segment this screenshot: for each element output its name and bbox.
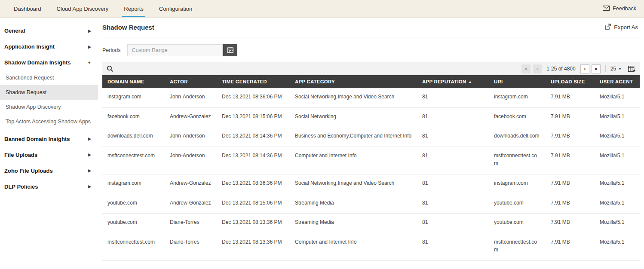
sidebar-item-dlp-policies[interactable]: DLP Policies ▶ bbox=[0, 179, 98, 195]
nav-tab-dashboard[interactable]: Dashboard bbox=[6, 0, 49, 17]
cell-upload-size: 7.91 MB bbox=[546, 147, 595, 174]
cell-uri: msftconnecttest.com bbox=[489, 147, 546, 174]
cell-time-generated: Dec 13,2021 08:14:36 PM bbox=[217, 127, 290, 147]
cell-user-agent: Mozilla/5.1 bbox=[595, 174, 640, 194]
column-header-actor[interactable]: ACTOR bbox=[165, 75, 217, 88]
cell-uri: instagram.com bbox=[489, 88, 546, 107]
export-label: Export As bbox=[614, 24, 638, 31]
shadow-domain-insights-submenu: Sanctioned Request Shadow Request Shadow… bbox=[0, 70, 98, 131]
page-title: Shadow Request bbox=[102, 24, 154, 31]
previous-page-button[interactable]: ‹ bbox=[533, 64, 542, 73]
sidebar-item-label: DLP Policies bbox=[4, 183, 38, 190]
column-header-label: APP CATEGORY bbox=[295, 79, 335, 84]
cell-app-reputation: 81 bbox=[417, 107, 489, 127]
column-header-user-agent[interactable]: USER AGENT bbox=[595, 75, 640, 88]
sidebar-item-file-uploads[interactable]: File Uploads ▶ bbox=[0, 147, 98, 163]
feedback-label: Feedback bbox=[613, 6, 636, 12]
cell-user-agent: Mozilla/5.1 bbox=[595, 233, 640, 260]
table-row[interactable]: instagram.comJohn-AndersonDec 13,2021 08… bbox=[102, 88, 640, 107]
cell-time-generated: Dec 13,2021 08:15:06 PM bbox=[217, 194, 290, 214]
column-header-label: ACTOR bbox=[170, 79, 188, 84]
cell-app-category: Streaming Media bbox=[290, 194, 417, 214]
table-body: instagram.comJohn-AndersonDec 13,2021 08… bbox=[102, 88, 640, 260]
cell-app-category: Business and Economy,Computer and Intern… bbox=[290, 127, 417, 147]
periods-label: Periods bbox=[102, 47, 120, 53]
chevron-right-icon: ▶ bbox=[88, 153, 91, 157]
sidebar-item-zoho-file-uploads[interactable]: Zoho File Uploads ▶ bbox=[0, 163, 98, 179]
cell-app-reputation: 81 bbox=[417, 147, 489, 174]
nav-tab-cloud-app-discovery[interactable]: Cloud App Discovery bbox=[49, 0, 117, 17]
cell-app-category: Computer and Internet Info bbox=[290, 147, 417, 174]
sidebar-subitem-top-actors[interactable]: Top Actors Accessing Shadow Apps bbox=[0, 114, 98, 129]
cell-app-reputation: 81 bbox=[417, 233, 489, 260]
column-header-label: APP REPUTATION bbox=[422, 79, 466, 84]
cell-app-reputation: 81 bbox=[417, 88, 489, 107]
cell-app-reputation: 81 bbox=[417, 174, 489, 194]
cell-time-generated: Dec 13,2021 08:13:36 PM bbox=[217, 233, 290, 260]
table-toolbar: « ‹ 1-25 of 4800 › » 25 ▼ bbox=[102, 62, 640, 75]
cell-time-generated: Dec 13,2021 08:36:06 PM bbox=[217, 88, 290, 107]
column-header-app-category[interactable]: APP CATEGORY bbox=[290, 75, 417, 88]
cell-app-category: Social Networking,Image and Video Search bbox=[290, 174, 417, 194]
sidebar-item-label: Shadow Domain Insights bbox=[4, 59, 71, 66]
table-row[interactable]: instagram.comAndrew-GonzalezDec 13,2021 … bbox=[102, 174, 640, 194]
sidebar-subitem-sanctioned-request[interactable]: Sanctioned Request bbox=[0, 70, 98, 85]
nav-tab-configuration[interactable]: Configuration bbox=[151, 0, 200, 17]
table-row[interactable]: youtube.comAndrew-GonzalezDec 13,2021 08… bbox=[102, 194, 640, 214]
sidebar-subitem-shadow-app-discovery[interactable]: Shadow App Discovery bbox=[0, 100, 98, 114]
shadow-request-table: DOMAIN NAME ACTOR TIME GENERATED APP CAT… bbox=[102, 75, 640, 261]
table-row[interactable]: downloads.dell.comJohn-AndersonDec 13,20… bbox=[102, 127, 640, 147]
reports-sidebar: General ▶ Application Insight ▶ Shadow D… bbox=[0, 18, 98, 269]
sidebar-subitem-shadow-request[interactable]: Shadow Request bbox=[0, 85, 98, 100]
column-header-app-reputation[interactable]: APP REPUTATION▲ bbox=[417, 75, 489, 88]
last-page-button[interactable]: » bbox=[592, 64, 601, 73]
feedback-button[interactable]: Feedback bbox=[595, 0, 644, 17]
search-icon[interactable] bbox=[106, 64, 114, 73]
nav-tab-reports[interactable]: Reports bbox=[116, 0, 151, 17]
chevron-right-icon: ▶ bbox=[88, 29, 91, 33]
cell-actor: John-Anderson bbox=[165, 147, 217, 174]
column-header-label: URI bbox=[494, 79, 503, 84]
table-row[interactable]: facebook.comAndrew-GonzalezDec 13,2021 0… bbox=[102, 107, 640, 127]
calendar-icon bbox=[227, 47, 233, 54]
column-header-domain-name[interactable]: DOMAIN NAME bbox=[102, 75, 165, 88]
table-header-row: DOMAIN NAME ACTOR TIME GENERATED APP CAT… bbox=[102, 75, 640, 88]
page-body: General ▶ Application Insight ▶ Shadow D… bbox=[0, 18, 644, 269]
calendar-button[interactable] bbox=[223, 44, 237, 56]
sidebar-item-label: Application Insight bbox=[4, 43, 55, 50]
sidebar-item-shadow-domain-insights[interactable]: Shadow Domain Insights ▼ bbox=[0, 55, 98, 70]
column-chooser-icon[interactable] bbox=[627, 65, 636, 73]
table-row[interactable]: msftconnecttest.comDiane-TorresDec 13,20… bbox=[102, 233, 640, 260]
table-row[interactable]: youtube.comDiane-TorresDec 13,2021 08:13… bbox=[102, 214, 640, 233]
cell-app-reputation: 81 bbox=[417, 214, 489, 233]
column-header-upload-size[interactable]: UPLOAD SIZE bbox=[546, 75, 595, 88]
chevron-right-icon: ▶ bbox=[88, 184, 91, 189]
title-row: Shadow Request Export As bbox=[102, 18, 640, 37]
sidebar-item-label: Banned Domain Insights bbox=[4, 136, 70, 142]
cell-uri: facebook.com bbox=[489, 107, 546, 127]
sidebar-item-general[interactable]: General ▶ bbox=[0, 23, 98, 39]
sidebar-item-application-insight[interactable]: Application Insight ▶ bbox=[0, 39, 98, 55]
cell-uri: msftconnecttest.com bbox=[489, 233, 546, 260]
cell-upload-size: 7.91 MB bbox=[546, 233, 595, 260]
sidebar-item-banned-domain-insights[interactable]: Banned Domain Insights ▶ bbox=[0, 131, 98, 147]
first-page-button[interactable]: « bbox=[521, 64, 531, 73]
cell-uri: downloads.dell.com bbox=[489, 127, 546, 147]
period-range-input[interactable] bbox=[127, 44, 223, 56]
export-as-button[interactable]: Export As bbox=[605, 24, 640, 31]
column-header-label: UPLOAD SIZE bbox=[551, 79, 585, 84]
table-row[interactable]: msftconnecttest.comJohn-AndersonDec 13,2… bbox=[102, 147, 640, 174]
cell-domain-name: msftconnecttest.com bbox=[102, 147, 165, 174]
sidebar-item-label: General bbox=[4, 28, 25, 34]
column-header-time-generated[interactable]: TIME GENERATED bbox=[217, 75, 290, 88]
column-header-label: USER AGENT bbox=[600, 79, 633, 84]
cell-user-agent: Mozilla/5.1 bbox=[595, 127, 640, 147]
column-header-uri[interactable]: URI bbox=[489, 75, 546, 88]
page-size-dropdown[interactable]: 25 ▼ bbox=[610, 66, 622, 72]
cell-time-generated: Dec 13,2021 08:14:36 PM bbox=[217, 147, 290, 174]
cell-upload-size: 7.91 MB bbox=[546, 127, 595, 147]
top-navigation: Dashboard Cloud App Discovery Reports Co… bbox=[0, 0, 644, 18]
cell-user-agent: Mozilla/5.1 bbox=[595, 214, 640, 233]
chevron-down-icon: ▼ bbox=[87, 61, 91, 65]
next-page-button[interactable]: › bbox=[580, 64, 589, 73]
